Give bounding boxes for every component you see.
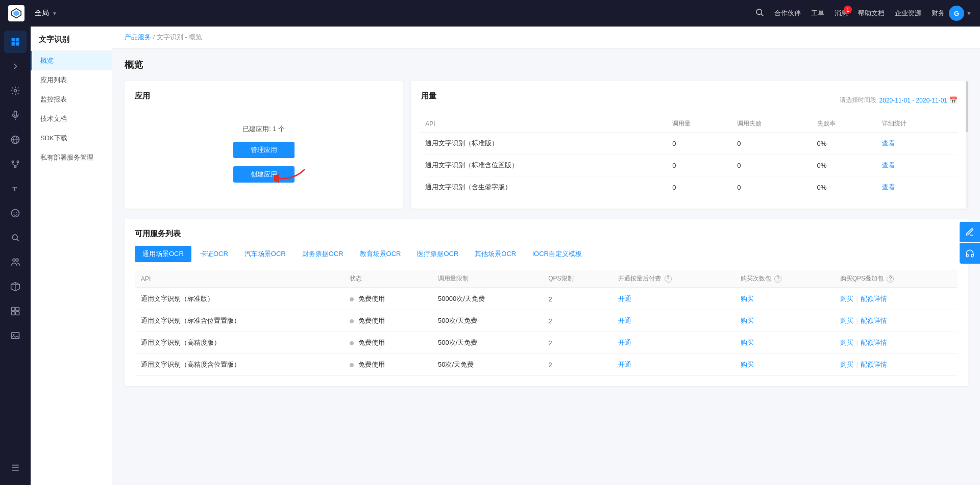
headset-float-button[interactable]: [960, 243, 980, 264]
nav-workorder[interactable]: 工单: [811, 9, 824, 18]
nav-finance[interactable]: 财务: [932, 9, 945, 18]
date-picker-label: 请选择时间段: [840, 96, 876, 105]
services-limit-cell: 50000次/天免费: [432, 288, 542, 310]
services-tab-5[interactable]: 医疗票据OCR: [409, 246, 466, 262]
services-buy-cell: 购买: [734, 288, 834, 310]
services-open-link[interactable]: 开通: [618, 361, 631, 368]
sidebar-icon-dashboard[interactable]: [4, 31, 27, 53]
region-selector[interactable]: 全局 ▼: [31, 7, 61, 20]
services-config-link[interactable]: 配额详情: [861, 339, 887, 346]
edit-float-button[interactable]: [960, 222, 980, 242]
services-open-link[interactable]: 开通: [618, 295, 631, 302]
qps-pkg-help-icon[interactable]: ?: [887, 275, 894, 283]
open-help-icon[interactable]: ?: [665, 275, 672, 283]
services-tabs: 通用场景OCR卡证OCR汽车场景OCR财务票据OCR教育场景OCR医疗票据OCR…: [135, 246, 958, 262]
sidebar-icon-text[interactable]: T: [4, 177, 27, 200]
sidebar-item-tech-doc[interactable]: 技术文档: [31, 109, 112, 129]
overview-grid: 应用 已建应用: 1 个 管理应用 创建应用: [125, 81, 968, 209]
sidebar-icon-branch[interactable]: [4, 153, 27, 175]
services-tab-7[interactable]: iOCR自定义模板: [525, 246, 590, 262]
usage-table-row: 通用文字识别（标准版） 0 0 0% 查看: [421, 133, 958, 155]
usage-detail-link[interactable]: 查看: [882, 161, 895, 169]
services-config-link[interactable]: 配额详情: [861, 361, 887, 368]
sidebar-icon-face[interactable]: [4, 202, 27, 224]
services-buy-link[interactable]: 购买: [741, 361, 754, 368]
sidebar-icon-expand[interactable]: [4, 55, 27, 78]
sidebar-nav-title: 文字识别: [31, 27, 112, 51]
usage-card-title: 用量: [421, 91, 436, 101]
sidebar-item-monitor[interactable]: 监控报表: [31, 90, 112, 109]
services-tab-2[interactable]: 汽车场景OCR: [237, 246, 293, 262]
status-dot: [350, 341, 354, 345]
sidebar-icon-group[interactable]: [4, 251, 27, 273]
sidebar-icon-globe[interactable]: [4, 129, 27, 151]
breadcrumb-separator: /: [153, 33, 157, 41]
svg-point-18: [12, 210, 19, 217]
svg-text:T: T: [12, 185, 17, 193]
buy-help-icon[interactable]: ?: [774, 275, 781, 283]
services-open-cell: 开通: [612, 354, 734, 376]
svg-rect-29: [16, 308, 19, 311]
manage-app-button[interactable]: 管理应用: [233, 142, 295, 158]
services-config-link[interactable]: 配额详情: [861, 317, 887, 324]
usage-api-cell: 通用文字识别（标准版）: [421, 133, 668, 155]
services-qps-buy-link[interactable]: 购买: [840, 361, 853, 368]
nav-help[interactable]: 帮助文档: [858, 9, 885, 18]
services-tab-1[interactable]: 卡证OCR: [192, 246, 236, 262]
date-range-picker[interactable]: 2020-11-01 - 2020-11-01 📅: [879, 96, 958, 104]
svg-line-22: [17, 239, 19, 241]
svg-point-33: [13, 334, 14, 336]
usage-failures-cell: 0: [733, 155, 813, 176]
sidebar-icon-settings[interactable]: [4, 80, 27, 102]
svg-point-23: [13, 259, 15, 261]
services-qps-buy-link[interactable]: 购买: [840, 339, 853, 346]
user-avatar[interactable]: G: [949, 6, 964, 21]
svg-point-24: [16, 259, 18, 261]
usage-rate-cell: 0%: [813, 155, 878, 176]
nav-enterprise[interactable]: 企业资源: [895, 9, 921, 18]
services-table-row: 通用文字识别（标准版） 免费使用 50000次/天免费 2 开通 购买 购买 |…: [135, 288, 958, 310]
services-open-link[interactable]: 开通: [618, 317, 631, 324]
sidebar-icon-image[interactable]: [4, 324, 27, 347]
search-button[interactable]: [755, 8, 764, 19]
services-tab-4[interactable]: 教育场景OCR: [352, 246, 409, 262]
nav-partner[interactable]: 合作伙伴: [774, 9, 801, 18]
sidebar-icon-puzzle[interactable]: [4, 300, 27, 322]
usage-scrollbar: [966, 81, 968, 209]
sidebar-icons: T: [0, 27, 31, 485]
usage-detail-link[interactable]: 查看: [882, 139, 895, 147]
sidebar-icon-menu[interactable]: [4, 456, 27, 479]
breadcrumb: 产品服务 / 文字识别 - 概览: [112, 27, 980, 48]
services-tab-0[interactable]: 通用场景OCR: [135, 246, 191, 262]
services-tab-6[interactable]: 其他场景OCR: [467, 246, 524, 262]
services-config-link[interactable]: 配额详情: [861, 295, 887, 302]
services-buy-link[interactable]: 购买: [741, 317, 754, 324]
create-app-button[interactable]: 创建应用: [233, 166, 295, 183]
sidebar-item-overview[interactable]: 概览: [31, 51, 112, 70]
sidebar-item-private[interactable]: 私有部署服务管理: [31, 148, 112, 167]
svg-rect-31: [16, 312, 19, 315]
services-tab-3[interactable]: 财务票据OCR: [295, 246, 351, 262]
sidebar-icon-search2[interactable]: [4, 226, 27, 249]
svg-rect-4: [12, 38, 15, 42]
svg-rect-32: [12, 333, 19, 339]
services-buy-cell: 购买: [734, 310, 834, 332]
breadcrumb-product[interactable]: 产品服务: [125, 33, 151, 41]
usage-api-cell: 通用文字识别（含生僻字版）: [421, 176, 668, 198]
services-col-api: API: [135, 270, 344, 288]
avatar-dropdown-icon[interactable]: ▼: [966, 10, 972, 16]
svg-marker-1: [14, 11, 19, 16]
services-status-cell: 免费使用: [344, 288, 432, 310]
services-col-qps: QPS限制: [542, 270, 612, 288]
services-qps-buy-link[interactable]: 购买: [840, 295, 853, 302]
sidebar-icon-cube[interactable]: [4, 275, 27, 298]
services-qps-buy-link[interactable]: 购买: [840, 317, 853, 324]
services-status-cell: 免费使用: [344, 354, 432, 376]
services-buy-link[interactable]: 购买: [741, 339, 754, 346]
sidebar-item-sdk[interactable]: SDK下载: [31, 129, 112, 148]
services-buy-link[interactable]: 购买: [741, 295, 754, 302]
usage-detail-link[interactable]: 查看: [882, 183, 895, 191]
sidebar-icon-mic[interactable]: [4, 104, 27, 126]
sidebar-item-app-list[interactable]: 应用列表: [31, 70, 112, 90]
services-open-link[interactable]: 开通: [618, 339, 631, 346]
